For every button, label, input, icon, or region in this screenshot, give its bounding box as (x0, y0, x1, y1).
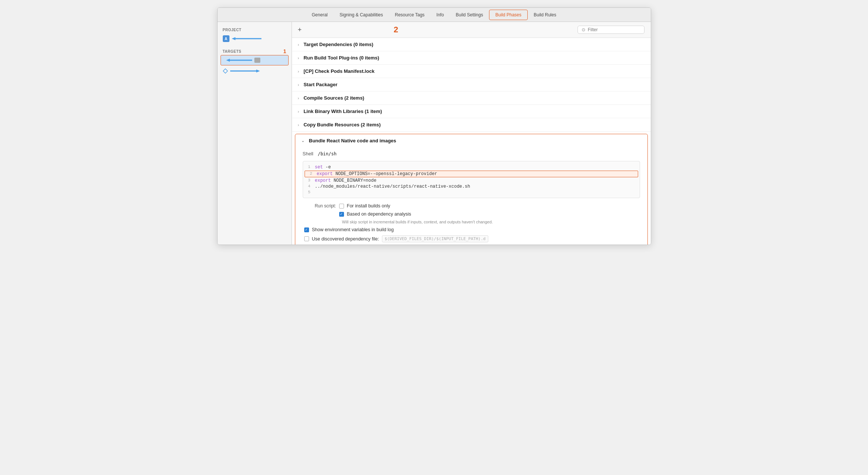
sidebar-number-badge: 1 (283, 48, 286, 54)
phase-row-build-tool[interactable]: › Run Build Tool Plug-ins (0 items) (292, 51, 651, 65)
code-block[interactable]: 1 set -e 2 export NODE_OPTIONS=--openssl… (303, 161, 640, 198)
chevron-right-icon: › (298, 123, 299, 127)
phase-row-start-packager[interactable]: › Start Packager (292, 78, 651, 91)
bundle-content: Shell /bin/sh 1 set -e 2 export NO (295, 147, 647, 245)
line-num-2: 2 (305, 171, 317, 176)
chevron-right-icon: › (298, 56, 299, 60)
use-dep-file-label: Use discovered dependency file: (312, 236, 379, 242)
code-line-4: 4 ../node_modules/react-native/scripts/r… (303, 184, 640, 190)
target-icon (254, 58, 260, 63)
code-content-4: ../node_modules/react-native/scripts/rea… (315, 184, 640, 189)
line-num-1: 1 (303, 165, 315, 169)
annotation-number-2: 2 (393, 25, 398, 35)
code-line-5: 5 (303, 190, 640, 195)
run-script-row: Run script: For install builds only (303, 203, 640, 209)
sidebar: PROJECT A TARGETS 1 (218, 22, 292, 245)
project-arrow-annotation (232, 35, 261, 42)
chevron-right-icon: › (298, 96, 299, 100)
shell-row: Shell /bin/sh (303, 151, 640, 156)
project-icon: A (223, 35, 229, 42)
chevron-right-icon: › (298, 83, 299, 87)
for-install-checkbox[interactable] (339, 204, 344, 209)
chevron-down-icon: ⌄ (301, 138, 305, 143)
phase-row-compile-sources[interactable]: › Compile Sources (2 items) (292, 91, 651, 105)
tab-build-settings[interactable]: Build Settings (450, 10, 489, 20)
sidebar-target-item[interactable] (221, 55, 289, 65)
phase-label: Run Build Tool Plug-ins (0 items) (303, 55, 379, 61)
based-on-dep-row: ✓ Based on dependency analysis (303, 211, 640, 217)
phase-label: Link Binary With Libraries (1 item) (303, 109, 382, 114)
dep-file-row: Use discovered dependency file: $(DERIVE… (303, 235, 640, 242)
show-env-checkbox[interactable]: ✓ (304, 227, 309, 232)
tab-signing[interactable]: Signing & Capabilities (334, 10, 389, 20)
code-line-2: 2 export NODE_OPTIONS=--openssl-legacy-p… (305, 171, 638, 177)
bundle-react-native-section: ⌄ Bundle React Native code and images Sh… (295, 134, 648, 245)
show-env-row: ✓ Show environment variables in build lo… (303, 227, 640, 232)
based-on-dep-label: Based on dependency analysis (347, 211, 411, 217)
bundle-header[interactable]: ⌄ Bundle React Native code and images (295, 134, 647, 147)
phase-label: Copy Bundle Resources (2 items) (303, 122, 380, 127)
svg-marker-4 (223, 69, 228, 73)
project-section-label: PROJECT (218, 26, 292, 33)
svg-marker-1 (232, 37, 235, 40)
svg-marker-3 (226, 59, 230, 62)
add-phase-button[interactable]: + (298, 26, 302, 33)
phase-label: Target Dependencies (0 items) (303, 42, 373, 47)
chevron-right-icon: › (298, 42, 299, 47)
code-content-2: export NODE_OPTIONS=--openssl-legacy-pro… (317, 171, 638, 177)
dep-file-input[interactable]: $(DERIVED_FILES_DIR)/$(INPUT_FILE_PATH).… (382, 235, 488, 242)
filter-box[interactable]: ⊙ (578, 26, 644, 34)
tab-resource-tags[interactable]: Resource Tags (389, 10, 431, 20)
tab-bar: General Signing & Capabilities Resource … (218, 8, 651, 22)
tab-info[interactable]: Info (431, 10, 450, 20)
phase-label: [CP] Check Pods Manifest.lock (303, 68, 374, 74)
sidebar-add-target[interactable] (218, 66, 292, 76)
tab-build-rules[interactable]: Build Rules (528, 10, 562, 20)
phase-label: Compile Sources (2 items) (303, 95, 364, 101)
main-layout: PROJECT A TARGETS 1 (218, 22, 651, 245)
for-install-label: For install builds only (347, 203, 390, 209)
phase-row-link-binary[interactable]: › Link Binary With Libraries (1 item) (292, 105, 651, 118)
based-on-dep-checkbox[interactable]: ✓ (339, 212, 344, 217)
code-content-1: set -e (315, 165, 640, 170)
content-toolbar: + 2 ⊙ (292, 22, 651, 38)
line-num-4: 4 (303, 184, 315, 188)
line-num-5: 5 (303, 190, 315, 194)
code-content-3: export NODE_BINARY=node (315, 178, 640, 183)
targets-section-label: TARGETS (223, 49, 242, 54)
phase-row-check-pods[interactable]: › [CP] Check Pods Manifest.lock (292, 65, 651, 78)
code-line-1: 1 set -e (303, 164, 640, 170)
svg-marker-6 (256, 70, 260, 72)
bundle-section-label: Bundle React Native code and images (309, 138, 396, 143)
diamond-icon (223, 68, 228, 74)
phase-row-copy-bundle[interactable]: › Copy Bundle Resources (2 items) (292, 118, 651, 132)
tab-general[interactable]: General (306, 10, 334, 20)
code-line-3: 3 export NODE_BINARY=node (303, 178, 640, 184)
chevron-right-icon: › (298, 109, 299, 114)
chevron-right-icon: › (298, 69, 299, 74)
tab-build-phases[interactable]: Build Phases (489, 10, 528, 20)
line-num-3: 3 (303, 178, 315, 182)
add-arrow-annotation (230, 68, 260, 74)
phase-label: Start Packager (303, 82, 337, 87)
sidebar-project-item[interactable]: A (218, 33, 292, 44)
phase-row-target-deps[interactable]: › Target Dependencies (0 items) (292, 38, 651, 51)
content-area: + 2 ⊙ › Target Dependencies (0 items) › … (292, 22, 651, 245)
use-dep-file-checkbox[interactable] (304, 236, 309, 241)
based-on-dep-hint: Will skip script in incremental builds i… (342, 220, 640, 224)
filter-input[interactable] (588, 27, 632, 32)
run-script-label: Run script: (303, 203, 336, 209)
filter-icon: ⊙ (582, 27, 585, 32)
shell-value: /bin/sh (318, 151, 337, 156)
show-env-label: Show environment variables in build log (312, 227, 394, 232)
target-arrow-annotation (226, 57, 252, 64)
shell-label: Shell (303, 151, 314, 156)
